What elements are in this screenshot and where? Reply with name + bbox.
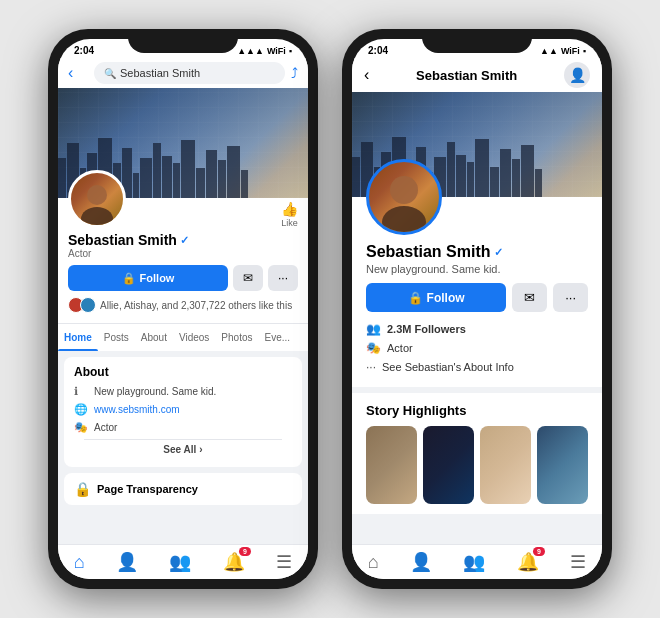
phone-old: 2:04 ▲▲▲ WiFi ▪ ‹ 🔍 Sebastian Smith ⤴ xyxy=(48,29,318,589)
likes-row-old: Allie, Atishay, and 2,307,722 others lik… xyxy=(68,297,298,313)
story-thumb-1[interactable] xyxy=(366,426,417,504)
tab-home-old[interactable]: Home xyxy=(58,324,98,351)
bio-icon-old: ℹ xyxy=(74,385,88,398)
about-row-new[interactable]: ··· See Sebastian's About Info xyxy=(366,360,588,374)
avatar-row-old: 👍 Like xyxy=(68,170,298,228)
signal-icon-new: ▲▲ xyxy=(540,46,558,56)
back-icon-new[interactable]: ‹ xyxy=(364,66,369,84)
avatar-old xyxy=(68,170,126,228)
bottom-nav-old: ⌂ 👤 👥 🔔 9 ☰ xyxy=(58,544,308,579)
follow-button-new[interactable]: 🔒 Follow xyxy=(366,283,506,312)
button-row-new: 🔒 Follow ✉ ··· xyxy=(366,283,588,312)
screen-new: 2:04 ▲▲ WiFi ▪ ‹ Sebastian Smith 👤 xyxy=(352,39,602,579)
follow-button-old[interactable]: 🔒 Follow xyxy=(68,265,228,291)
about-bio-row: ℹ New playground. Same kid. xyxy=(74,385,292,398)
more-icon-new: ··· xyxy=(366,360,376,374)
profile-icon-new[interactable]: 👤 xyxy=(564,62,590,88)
wifi-icon-old: WiFi xyxy=(267,46,286,56)
likes-text-old: Allie, Atishay, and 2,307,722 others lik… xyxy=(100,300,292,311)
tab-about-old[interactable]: About xyxy=(135,324,173,351)
role-old: Actor xyxy=(68,248,298,259)
nav-profile-old[interactable]: 👤 xyxy=(116,551,138,573)
avatar-thumbs xyxy=(68,297,96,313)
phone-new: 2:04 ▲▲ WiFi ▪ ‹ Sebastian Smith 👤 xyxy=(342,29,612,589)
svg-point-1 xyxy=(81,207,113,225)
share-icon-old[interactable]: ⤴ xyxy=(291,65,298,81)
nav-groups-new[interactable]: 👥 xyxy=(463,551,485,573)
verified-icon-new: ✓ xyxy=(494,246,503,259)
svg-point-3 xyxy=(382,206,426,232)
nav-profile-new[interactable]: 👤 xyxy=(410,551,432,573)
transparency-icon: 🔒 xyxy=(74,481,91,497)
person-svg-new xyxy=(374,172,434,232)
time-old: 2:04 xyxy=(74,45,94,56)
person-svg-old xyxy=(75,181,119,225)
back-icon-old[interactable]: ‹ xyxy=(68,64,88,82)
battery-icon-old: ▪ xyxy=(289,46,292,56)
name-old: Sebastian Smith ✓ xyxy=(68,232,298,248)
like-button-old[interactable]: 👍 Like xyxy=(281,201,298,228)
followers-row-new: 👥 2.3M Followers xyxy=(366,322,588,336)
story-thumb-2[interactable] xyxy=(423,426,474,504)
like-thumb-icon: 👍 xyxy=(281,201,298,217)
tab-photos-old[interactable]: Photos xyxy=(215,324,258,351)
story-title-new: Story Highlights xyxy=(366,403,588,418)
about-title-old: About xyxy=(74,365,292,379)
tab-posts-old[interactable]: Posts xyxy=(98,324,135,351)
nav-home-new[interactable]: ⌂ xyxy=(368,552,379,573)
story-thumb-3[interactable] xyxy=(480,426,531,504)
more-button-old[interactable]: ··· xyxy=(268,265,298,291)
mini-avatar-2 xyxy=(80,297,96,313)
new-nav-bar: ‹ Sebastian Smith 👤 xyxy=(352,58,602,92)
nav-groups-old[interactable]: 👥 xyxy=(169,551,191,573)
search-icon-old: 🔍 xyxy=(104,68,116,79)
nav-home-old[interactable]: ⌂ xyxy=(74,552,85,573)
verified-icon-old: ✓ xyxy=(180,234,189,247)
like-label-old: Like xyxy=(281,218,298,228)
story-section-new: Story Highlights xyxy=(352,387,602,514)
story-thumb-4[interactable] xyxy=(537,426,588,504)
about-website-old[interactable]: www.sebsmith.com xyxy=(94,404,180,415)
old-nav-bar: ‹ 🔍 Sebastian Smith ⤴ xyxy=(58,58,308,88)
time-new: 2:04 xyxy=(368,45,388,56)
message-button-new[interactable]: ✉ xyxy=(512,283,547,312)
nav-notifications-old[interactable]: 🔔 9 xyxy=(223,551,245,573)
status-icons-new: ▲▲ WiFi ▪ xyxy=(540,46,586,56)
page-transparency-old: 🔒 Page Transparency xyxy=(64,473,302,505)
status-icons-old: ▲▲▲ WiFi ▪ xyxy=(237,46,292,56)
profile-section-new: Sebastian Smith ✓ New playground. Same k… xyxy=(352,197,602,387)
content-old: About ℹ New playground. Same kid. 🌐 www.… xyxy=(58,351,308,544)
nav-menu-new[interactable]: ☰ xyxy=(570,551,586,573)
followers-icon-new: 👥 xyxy=(366,322,381,336)
about-role-row: 🎭 Actor xyxy=(74,421,292,434)
button-row-old: 🔒 Follow ✉ ··· xyxy=(68,265,298,291)
chevron-right-icon: › xyxy=(199,444,202,455)
more-button-new[interactable]: ··· xyxy=(553,283,588,312)
story-thumbs-new xyxy=(366,426,588,504)
nav-title-new: Sebastian Smith xyxy=(416,68,517,83)
about-website-row: 🌐 www.sebsmith.com xyxy=(74,403,292,416)
bottom-nav-new: ⌂ 👤 👥 🔔 9 ☰ xyxy=(352,544,602,579)
signal-icon-old: ▲▲▲ xyxy=(237,46,264,56)
notch-new xyxy=(422,29,532,53)
message-button-old[interactable]: ✉ xyxy=(233,265,263,291)
search-bar-old[interactable]: 🔍 Sebastian Smith xyxy=(94,62,285,84)
notification-badge-old: 9 xyxy=(239,547,251,556)
screen-old: 2:04 ▲▲▲ WiFi ▪ ‹ 🔍 Sebastian Smith ⤴ xyxy=(58,39,308,579)
nav-notifications-new[interactable]: 🔔 9 xyxy=(517,551,539,573)
svg-point-0 xyxy=(87,185,107,205)
lock-icon-new: 🔒 xyxy=(408,291,423,305)
scene: 2:04 ▲▲▲ WiFi ▪ ‹ 🔍 Sebastian Smith ⤴ xyxy=(0,0,660,618)
nav-menu-old[interactable]: ☰ xyxy=(276,551,292,573)
role-icon-new: 🎭 xyxy=(366,341,381,355)
tab-videos-old[interactable]: Videos xyxy=(173,324,215,351)
avatar-new xyxy=(366,159,442,235)
see-all-row[interactable]: See All › xyxy=(74,440,292,459)
search-text-old: Sebastian Smith xyxy=(120,67,200,79)
battery-icon-new: ▪ xyxy=(583,46,586,56)
svg-point-2 xyxy=(390,176,418,204)
nav-tabs-old: Home Posts About Videos Photos Eve... xyxy=(58,323,308,351)
wifi-icon-new: WiFi xyxy=(561,46,580,56)
tab-more-old[interactable]: Eve... xyxy=(259,324,297,351)
profile-section-old: 👍 Like Sebastian Smith ✓ Actor 🔒 Follow … xyxy=(58,198,308,323)
